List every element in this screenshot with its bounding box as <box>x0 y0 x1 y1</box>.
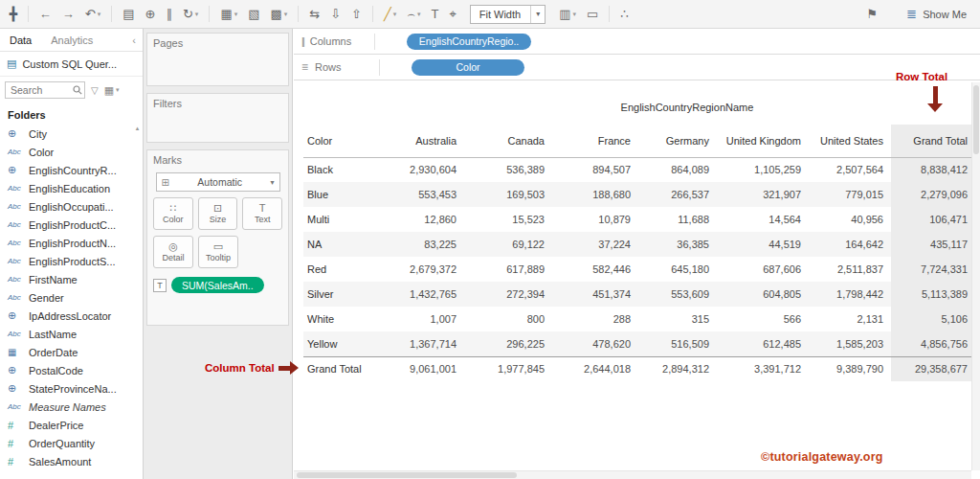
row-label[interactable]: Black <box>303 157 399 182</box>
cell[interactable]: 553,453 <box>399 182 464 207</box>
cell[interactable]: 188,680 <box>552 182 638 207</box>
color-mark-button[interactable]: ∷Color <box>153 197 193 230</box>
swap-rows-columns-icon[interactable]: ⇆ <box>309 8 320 20</box>
fit-selector[interactable]: Fit Width ▾ <box>470 5 546 24</box>
cell[interactable]: 321,907 <box>717 182 809 207</box>
tableau-logo-icon[interactable]: ╋ <box>10 8 17 20</box>
cell[interactable]: 272,394 <box>464 282 552 307</box>
cell[interactable]: 106,471 <box>891 207 975 232</box>
measure-pill[interactable]: SUM(SalesAm.. <box>171 277 264 293</box>
cell[interactable]: 37,224 <box>552 232 638 257</box>
cell[interactable]: 779,015 <box>809 182 891 207</box>
show-hide-cards-icon[interactable]: ▥▾ <box>559 8 576 20</box>
cell[interactable]: 617,889 <box>464 257 552 282</box>
field-item[interactable]: AbcLastName <box>0 325 143 343</box>
field-item[interactable]: AbcMeasure Names <box>0 398 143 416</box>
vertical-scrollbar-thumb[interactable] <box>973 85 979 154</box>
cell[interactable]: 604,805 <box>717 282 809 307</box>
cell[interactable]: 864,089 <box>638 157 717 182</box>
horizontal-scrollbar-thumb[interactable] <box>297 472 517 478</box>
cell[interactable]: 44,519 <box>717 232 809 257</box>
cell[interactable]: 2,644,018 <box>552 356 638 381</box>
field-item[interactable]: ⊕City <box>0 125 143 143</box>
dropdown-caret-icon[interactable]: ▾ <box>98 11 101 17</box>
pause-auto-updates-icon[interactable]: ∥ <box>166 8 172 20</box>
dropdown-caret-icon[interactable]: ▾ <box>393 11 397 17</box>
field-item[interactable]: ⊕EnglishCountryR... <box>0 161 143 179</box>
cell[interactable]: 516,509 <box>638 331 717 356</box>
row-label[interactable]: White <box>303 307 399 331</box>
sort-ascending-icon[interactable]: ⇩ <box>330 8 341 20</box>
cell[interactable]: 2,131 <box>809 307 891 331</box>
cell[interactable]: 5,106 <box>891 307 975 331</box>
sort-descending-icon[interactable]: ⇧ <box>351 8 362 20</box>
cell[interactable]: 29,358,677 <box>891 356 975 381</box>
detail-mark-button[interactable]: ◎Detail <box>153 236 193 268</box>
cell[interactable]: 645,180 <box>638 257 717 282</box>
cell[interactable]: 12,860 <box>399 207 464 232</box>
column-header[interactable]: Canada <box>464 125 552 157</box>
tab-data[interactable]: Data <box>0 29 41 51</box>
save-icon[interactable]: ▤ <box>122 8 134 20</box>
field-item[interactable]: AbcColor <box>0 143 143 161</box>
cell[interactable]: 478,620 <box>552 331 638 356</box>
field-item[interactable]: AbcFirstName <box>0 270 143 288</box>
row-label[interactable]: Blue <box>303 182 399 207</box>
undo-icon[interactable]: ↶▾ <box>85 8 100 20</box>
dropdown-caret-icon[interactable]: ▾ <box>572 11 576 17</box>
field-item[interactable]: AbcEnglishOccupati... <box>0 197 143 216</box>
share-icon[interactable]: ∴ <box>620 8 628 20</box>
cell[interactable]: 1,585,203 <box>809 331 891 356</box>
datasource-item[interactable]: ▤ Custom SQL Quer... <box>0 52 143 77</box>
cell[interactable]: 7,724,331 <box>891 257 975 282</box>
flag-icon[interactable]: ⚑ <box>867 8 879 20</box>
cell[interactable]: 1,367,714 <box>399 331 464 356</box>
field-item[interactable]: AbcEnglishEducation <box>0 179 143 197</box>
field-item[interactable]: #SalesAmount <box>0 452 143 470</box>
row-label[interactable]: Yellow <box>303 331 399 356</box>
cell[interactable]: 2,930,604 <box>399 157 464 182</box>
cell[interactable]: 1,977,845 <box>464 356 552 381</box>
field-item[interactable]: ⊕StateProvinceNa... <box>0 379 143 398</box>
presentation-mode-icon[interactable]: ▭ <box>587 8 598 20</box>
cell[interactable]: 10,879 <box>552 207 638 232</box>
column-header[interactable]: Australia <box>399 125 464 157</box>
field-item[interactable]: AbcGender <box>0 288 143 307</box>
rows-pill[interactable]: Color <box>412 59 524 76</box>
field-item[interactable]: ⊕IpAddressLocator <box>0 307 143 325</box>
new-worksheet-icon[interactable]: ▦▾ <box>220 8 237 20</box>
cell[interactable]: 164,642 <box>809 232 891 257</box>
cell[interactable]: 1,105,259 <box>717 157 809 182</box>
cell[interactable]: 83,225 <box>399 232 464 257</box>
cell[interactable]: 2,679,372 <box>399 257 464 282</box>
cell[interactable]: 14,564 <box>717 207 809 232</box>
cell[interactable]: 11,688 <box>638 207 717 232</box>
vertical-scrollbar[interactable] <box>971 82 980 470</box>
cell[interactable]: 2,894,312 <box>638 356 717 381</box>
group-members-icon[interactable]: ⌢▾ <box>407 8 420 20</box>
cell[interactable]: 288 <box>552 307 638 331</box>
dropdown-caret-icon[interactable]: ▾ <box>284 11 288 17</box>
columns-pill[interactable]: EnglishCountryRegio.. <box>407 34 531 50</box>
field-item[interactable]: ▦OrderDate <box>0 343 143 361</box>
filter-funnel-icon[interactable]: ▽ <box>91 85 99 96</box>
cell[interactable]: 36,385 <box>638 232 717 257</box>
cell[interactable]: 536,389 <box>464 157 552 182</box>
row-label[interactable]: Multi <box>303 207 399 232</box>
cell[interactable]: 3,391,712 <box>717 356 809 381</box>
show-mark-labels-icon[interactable]: T <box>431 8 438 20</box>
fix-axes-icon[interactable]: ⌖ <box>449 8 456 20</box>
text-mark-button[interactable]: TText <box>242 197 282 230</box>
cell[interactable]: 566 <box>717 307 809 331</box>
cell[interactable]: 2,507,564 <box>809 157 891 182</box>
cell[interactable]: 894,507 <box>552 157 638 182</box>
cell[interactable]: 1,798,442 <box>809 282 891 307</box>
fields-scrollbar[interactable]: ▴ <box>133 125 142 132</box>
cell[interactable]: 296,225 <box>464 331 552 356</box>
cell[interactable]: 612,485 <box>717 331 809 356</box>
row-field-header[interactable]: Color <box>303 125 399 157</box>
rows-shelf[interactable]: ≡ Rows Color <box>294 55 980 80</box>
dropdown-caret-icon[interactable]: ▾ <box>417 11 421 17</box>
cell[interactable]: 553,609 <box>638 282 717 307</box>
column-header[interactable]: United States <box>809 125 891 157</box>
